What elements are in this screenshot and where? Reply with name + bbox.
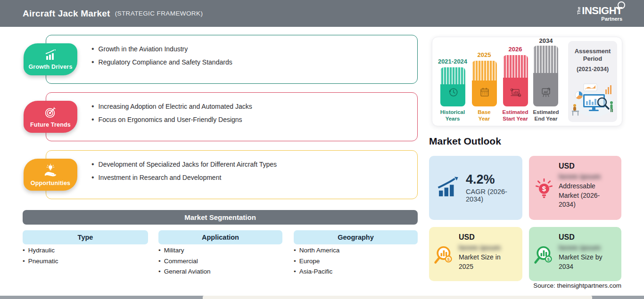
growth-drivers-badge: Growth Drivers bbox=[24, 43, 77, 75]
bar-stripes bbox=[472, 61, 497, 81]
opportunities-box: Development of Specialized Jacks for Dif… bbox=[46, 150, 418, 199]
growth-drivers-list: Growth in the Aviation Industry Regulato… bbox=[46, 35, 417, 69]
badge-label: Opportunities bbox=[31, 180, 71, 186]
badge-label: Future Trends bbox=[30, 121, 71, 128]
insight-partners-logo: The INSIGHT Partners bbox=[577, 6, 630, 22]
page-subtitle: (STRATEGIC FRAMEWORK) bbox=[115, 10, 203, 17]
historical-years-bar bbox=[440, 67, 465, 106]
cagr-card: 4.2% CAGR (2026-2034) bbox=[429, 156, 522, 220]
idea-hand-icon bbox=[43, 163, 58, 179]
market-size-2025-text: USD lorem ipsum Market Size in 2025 bbox=[459, 233, 517, 277]
history-clock-icon bbox=[446, 86, 460, 101]
logo-partners-text: Partners bbox=[601, 16, 622, 22]
magnifier-icon bbox=[618, 1, 625, 9]
infographic-page: Aircraft Jack Market (STRATEGIC FRAMEWOR… bbox=[0, 0, 644, 299]
logo-the-text: The bbox=[577, 7, 581, 15]
card-label: Market Size in 2025 bbox=[459, 253, 517, 271]
bullet-item: Increasing Adoption of Electric and Auto… bbox=[91, 100, 417, 113]
market-outlook-title: Market Outlook bbox=[429, 136, 501, 147]
target-dart-icon bbox=[43, 106, 58, 121]
growth-chart-icon bbox=[437, 176, 460, 200]
calendar-icon bbox=[478, 86, 491, 101]
estimated-start-year-bar bbox=[503, 55, 528, 106]
analytics-laptop-icon bbox=[509, 86, 523, 101]
header-bar: Aircraft Jack Market (STRATEGIC FRAMEWOR… bbox=[0, 0, 644, 27]
research-timeline-panel: 2021-2024 2025 2026 2034 bbox=[432, 37, 622, 126]
bar-stripes bbox=[440, 67, 465, 84]
estimated-end-year-bar bbox=[533, 46, 558, 106]
growth-bars-icon bbox=[43, 49, 58, 63]
historical-years-range: 2021-2024 bbox=[431, 58, 474, 65]
badge-label: Growth Drivers bbox=[28, 64, 72, 70]
svg-text:$: $ bbox=[547, 257, 550, 262]
next-section-preview bbox=[203, 296, 592, 299]
future-trends-list: Increasing Adoption of Electric and Auto… bbox=[46, 93, 417, 126]
list-item: Europe bbox=[294, 258, 339, 265]
type-items: Hydraulic Pneumatic bbox=[23, 247, 58, 268]
assessment-period-panel: Assessment Period (2021-2034) bbox=[568, 41, 617, 122]
estimated-start-year-value: 2026 bbox=[494, 46, 537, 53]
card-label: Market Size by 2034 bbox=[559, 253, 616, 271]
segmentation-column-application: Application bbox=[158, 230, 282, 244]
segmentation-column-type: Type bbox=[23, 230, 148, 244]
assessment-period-title: Assessment Period bbox=[568, 48, 617, 63]
opportunities-list: Development of Specialized Jacks for Dif… bbox=[46, 151, 417, 184]
list-item: North America bbox=[294, 247, 339, 254]
magnifier-chart-icon: $ bbox=[533, 233, 555, 277]
application-items: Military Commercial General Aviation bbox=[158, 247, 211, 279]
bulb-dollar-icon: $ bbox=[533, 162, 555, 216]
list-item: General Aviation bbox=[158, 268, 211, 275]
market-size-2034-card: $ USD lorem ipsum Market Size by 2034 bbox=[529, 227, 621, 281]
addressable-market-text: USD lorem ipsum Addressable Market (2026… bbox=[559, 162, 616, 216]
assessment-period-range: (2021-2034) bbox=[568, 66, 617, 73]
magnifier-chart-icon: $ bbox=[433, 233, 455, 277]
future-trends-box: Increasing Adoption of Electric and Auto… bbox=[46, 92, 418, 141]
addressable-market-card: $ USD lorem ipsum Addressable Market (20… bbox=[529, 156, 621, 220]
bullet-item: Regulatory Compliance and Safety Standar… bbox=[91, 56, 417, 69]
currency-label: USD bbox=[559, 233, 616, 242]
bullet-item: Focus on Ergonomics and User-Friendly De… bbox=[91, 113, 417, 126]
future-trends-badge: Future Trends bbox=[24, 101, 77, 133]
geography-items: North America Europe Asia-Pacific bbox=[294, 247, 339, 279]
blurred-value: lorem ipsum bbox=[559, 243, 616, 251]
bullet-item: Investment in Research and Development bbox=[91, 171, 417, 184]
growth-drivers-box: Growth in the Aviation Industry Regulato… bbox=[46, 35, 418, 84]
analysts-illustration bbox=[570, 81, 616, 121]
cagr-text: 4.2% CAGR (2026-2034) bbox=[466, 173, 522, 203]
bullet-item: Development of Specialized Jacks for Dif… bbox=[91, 158, 417, 171]
svg-text:$: $ bbox=[542, 185, 546, 193]
bar-stripes bbox=[533, 46, 558, 73]
segmentation-column-geography: Geography bbox=[294, 230, 418, 244]
currency-label: USD bbox=[559, 162, 616, 170]
market-size-2034-text: USD lorem ipsum Market Size by 2034 bbox=[559, 233, 616, 277]
estimated-end-year-value: 2034 bbox=[525, 37, 567, 44]
svg-text:$: $ bbox=[447, 257, 450, 262]
list-item: Pneumatic bbox=[23, 258, 58, 265]
opportunities-badge: Opportunities bbox=[24, 159, 77, 191]
blurred-value: lorem ipsum bbox=[459, 243, 517, 251]
market-size-2025-card: $ USD lorem ipsum Market Size in 2025 bbox=[429, 227, 522, 281]
page-title: Aircraft Jack Market bbox=[23, 8, 110, 19]
base-year-bar bbox=[472, 61, 497, 106]
estimated-end-year-label: EstimatedEnd Year bbox=[528, 109, 564, 122]
source-attribution: Source: theinsightpartners.com bbox=[533, 282, 621, 289]
list-item: Military bbox=[158, 247, 211, 254]
list-item: Commercial bbox=[158, 258, 211, 265]
cagr-value: 4.2% bbox=[466, 173, 522, 187]
bar-stripes bbox=[503, 55, 528, 78]
card-label: Addressable Market (2026-2034) bbox=[559, 182, 616, 210]
blurred-value: lorem ipsum bbox=[559, 172, 616, 180]
presentation-board-icon bbox=[539, 86, 553, 101]
list-item: Asia-Pacific bbox=[294, 268, 339, 275]
cagr-label: CAGR (2026-2034) bbox=[466, 188, 522, 203]
currency-label: USD bbox=[459, 233, 517, 242]
list-item: Hydraulic bbox=[23, 247, 58, 254]
market-segmentation-header: Market Segmentation bbox=[23, 210, 418, 225]
bullet-item: Growth in the Aviation Industry bbox=[91, 42, 417, 56]
